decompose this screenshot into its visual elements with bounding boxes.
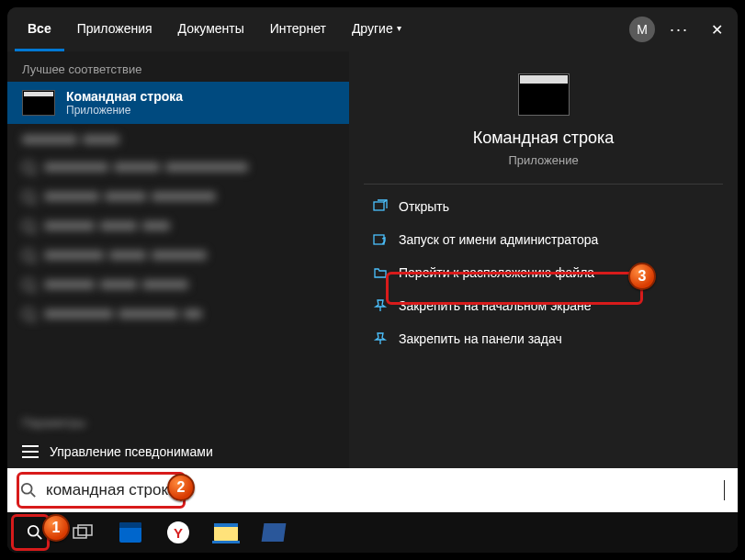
cmd-icon xyxy=(22,90,55,116)
taskbar-calendar[interactable] xyxy=(108,514,152,551)
action-pin-taskbar[interactable]: Закрепить на панели задач xyxy=(364,324,723,353)
action-label: Закрепить на начальном экране xyxy=(399,298,592,313)
svg-rect-0 xyxy=(374,202,384,210)
taskbar-taskview[interactable] xyxy=(61,514,105,551)
tab-documents[interactable]: Документы xyxy=(165,7,257,51)
tab-all[interactable]: Все xyxy=(15,7,64,51)
admin-icon xyxy=(373,232,388,247)
best-match-title: Командная строка xyxy=(66,89,183,104)
pin-start-icon xyxy=(373,298,388,313)
chevron-down-icon: ▾ xyxy=(397,23,401,33)
action-run-as-admin[interactable]: Запуск от имени администратора xyxy=(364,225,723,254)
action-label: Открыть xyxy=(399,199,449,214)
action-open-file-location[interactable]: Перейти к расположению файла xyxy=(364,258,723,287)
open-icon xyxy=(373,199,388,214)
taskbar-search-button[interactable] xyxy=(13,514,57,551)
taskbar: Y xyxy=(7,512,738,553)
best-match-result[interactable]: Командная строка Приложение xyxy=(7,82,349,124)
taskbar-yandex[interactable]: Y xyxy=(156,514,200,551)
settings-result-label: Управление псевдонимами xyxy=(50,444,213,459)
results-column: Лучшее соответствие Командная строка При… xyxy=(7,51,349,468)
more-menu-icon[interactable]: ··· xyxy=(670,20,689,39)
divider xyxy=(364,184,723,185)
close-button[interactable]: ✕ xyxy=(704,14,730,46)
svg-rect-1 xyxy=(374,235,384,244)
action-label: Запуск от имени администратора xyxy=(399,232,598,247)
tab-more[interactable]: Другие▾ xyxy=(339,7,414,51)
svg-point-2 xyxy=(22,484,32,494)
pin-taskbar-icon xyxy=(373,331,388,346)
preview-title: Командная строка xyxy=(473,129,615,148)
svg-rect-4 xyxy=(73,528,86,538)
best-match-subtitle: Приложение xyxy=(66,104,183,117)
text-cursor xyxy=(724,480,725,500)
taskbar-app[interactable] xyxy=(252,514,296,551)
user-avatar[interactable]: М xyxy=(629,17,655,42)
search-bar[interactable] xyxy=(7,468,738,512)
action-open[interactable]: Открыть xyxy=(364,192,723,221)
sliders-icon xyxy=(22,445,39,458)
svg-point-3 xyxy=(28,526,39,536)
cmd-hero-icon xyxy=(518,73,570,116)
best-match-header: Лучшее соответствие xyxy=(7,51,349,82)
params-header: Параметры xyxy=(7,405,349,435)
search-icon xyxy=(20,482,37,498)
search-tabs: Все Приложения Документы Интернет Другие… xyxy=(7,7,738,51)
folder-icon xyxy=(373,265,388,280)
tab-apps[interactable]: Приложения xyxy=(64,7,165,51)
tab-internet[interactable]: Интернет xyxy=(257,7,339,51)
preview-subtitle: Приложение xyxy=(508,153,578,167)
taskbar-explorer[interactable] xyxy=(204,514,248,551)
preview-pane: Командная строка Приложение Открыть Запу… xyxy=(349,51,738,468)
blurred-results xyxy=(7,124,349,331)
action-label: Закрепить на панели задач xyxy=(399,331,562,346)
settings-result[interactable]: Управление псевдонимами xyxy=(7,435,349,468)
svg-rect-5 xyxy=(78,525,92,535)
search-input[interactable] xyxy=(46,481,738,499)
action-pin-start[interactable]: Закрепить на начальном экране xyxy=(364,291,723,320)
action-label: Перейти к расположению файла xyxy=(399,265,594,280)
